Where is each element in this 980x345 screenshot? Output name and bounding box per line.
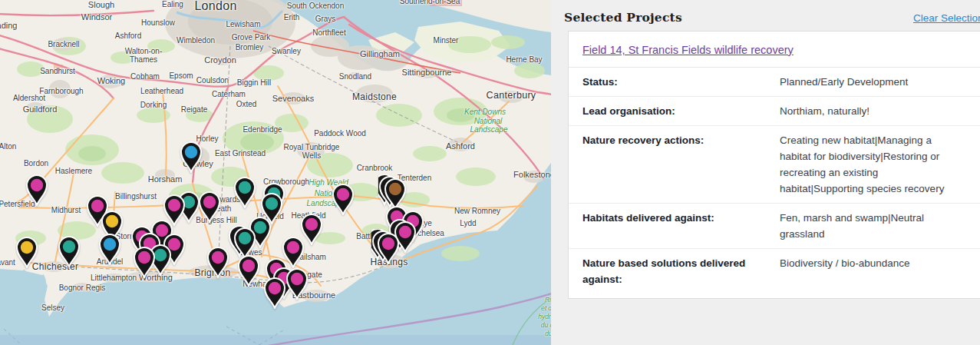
map[interactable]: ReadingSloughWindsorLondonEalingHounslow… — [0, 0, 551, 345]
detail-row-nature-recovery-actions: Nature recovery actions: Creating new ha… — [569, 125, 980, 203]
map-pin-magenta[interactable] — [326, 180, 357, 215]
detail-label: Habitats delivered against: — [582, 210, 780, 242]
panel-header: Selected Projects Clear Selection — [551, 0, 980, 31]
project-title-link[interactable]: Field 14, St Francis Fields wildlife rec… — [582, 44, 794, 56]
map-pin-yellow[interactable] — [10, 233, 41, 268]
map-pin-teal[interactable] — [228, 173, 259, 208]
detail-label: Nature based solutions delivered against… — [582, 255, 780, 287]
project-title-row: Field 14, St Francis Fields wildlife rec… — [569, 32, 980, 68]
detail-value: Biodiversity / bio-abundance — [780, 255, 960, 287]
detail-label: Status: — [582, 74, 780, 90]
project-details: Status: Planned/Early Development Lead o… — [569, 68, 980, 298]
panel-title: Selected Projects — [564, 10, 682, 25]
detail-row-nature-based-solutions: Nature based solutions delivered against… — [569, 248, 980, 294]
detail-value: Creating new habitat|Managing a habitat … — [780, 132, 960, 197]
clear-selection-link[interactable]: Clear Selection — [913, 12, 980, 24]
map-pin-magenta[interactable] — [127, 243, 158, 278]
map-pin-magenta[interactable] — [371, 229, 402, 264]
detail-value: Fen, marsh and swamp|Neutral grassland — [780, 210, 960, 242]
project-card: Field 14, St Francis Fields wildlife rec… — [568, 31, 980, 299]
detail-label: Lead organisation: — [582, 103, 780, 119]
detail-label: Nature recovery actions: — [582, 132, 780, 197]
map-pin-magenta[interactable] — [20, 171, 51, 206]
map-pin-blue[interactable] — [174, 138, 205, 173]
map-pin-magenta[interactable] — [193, 187, 223, 223]
map-pin-teal[interactable] — [52, 232, 83, 267]
selected-projects-panel: Selected Projects Clear Selection Field … — [551, 0, 980, 345]
detail-row-habitats-delivered: Habitats delivered against: Fen, marsh a… — [569, 203, 980, 248]
map-pin-magenta[interactable] — [258, 274, 289, 309]
app-window: ReadingSloughWindsorLondonEalingHounslow… — [0, 0, 980, 345]
map-pin-blue[interactable] — [93, 230, 124, 265]
map-pin-magenta[interactable] — [201, 243, 232, 278]
detail-value: Northiam, naturally! — [780, 103, 960, 119]
detail-row-lead-organisation: Lead organisation: Northiam, naturally! — [569, 96, 980, 125]
detail-value: Planned/Early Development — [780, 74, 960, 90]
detail-row-status: Status: Planned/Early Development — [569, 68, 980, 96]
